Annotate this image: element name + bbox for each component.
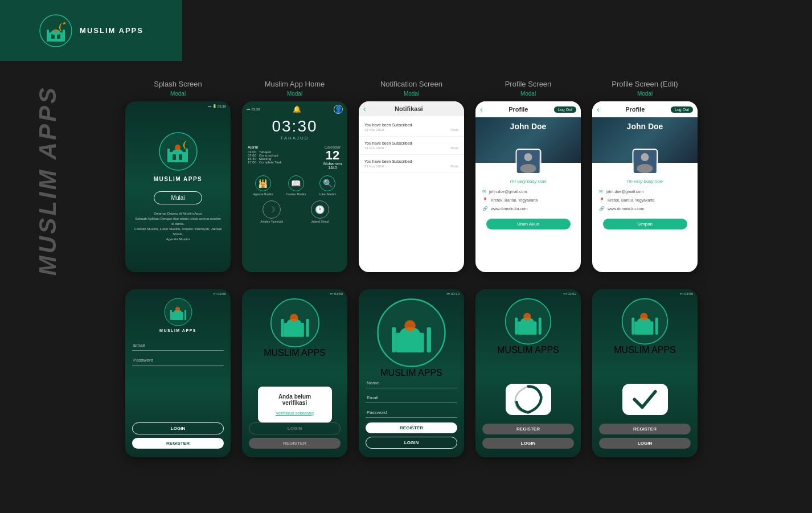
svg-point-22 [637,164,653,173]
back-arrow-icon[interactable]: ‹ [363,104,366,113]
success-app-name: MUSLIM APPS [614,345,675,355]
loading-register-button: REGISTER [482,424,574,434]
splash-screen: ▪▪▪ 🔋 03:30 [125,101,231,272]
amalan-label: Amalan Yaumiyah [260,220,283,223]
profile-website-item: 🔗 www.domain-ku.com [475,204,581,213]
avatar-icon [517,150,540,173]
profile-location-item: 📍 Kretek, Bantul, Yogyakarta [475,196,581,204]
notif-date-3: 23 Nov 2018 [364,165,384,168]
notif-item-3: You have been Subscribed 23 Nov 2018 Par… [359,155,464,173]
verify-login-button[interactable]: LOGIN [249,422,341,434]
success-screen-wrapper: ▪▪▪ 03:50 MUSLIM APPS [592,289,698,457]
bell-icon[interactable]: 🔔 [293,105,301,113]
profile-edit-email-item: ✉ john-doe@gmail.com [592,187,698,196]
edit-account-button[interactable]: Ubah Akun [486,219,571,229]
verify-link[interactable]: Verifikasi sekarang [266,411,324,416]
name-input[interactable]: Name [366,378,457,388]
edit-avatar-icon [634,150,657,173]
profile-edit-status: I'm very busy now [592,179,698,184]
home-title: Muslim App Home [265,80,325,88]
svg-rect-32 [281,319,284,337]
main-content: Splash Screen Modal ▪▪▪ 🔋 03:30 [91,0,812,486]
signal: ▪▪▪ [247,108,250,111]
profile-edit-logout-button[interactable]: Log Out [671,106,693,113]
catatan-icon-item[interactable]: 📖 Catatan Muslim [286,175,306,196]
success-phone: ▪▪▪ 03:50 MUSLIM APPS [592,289,698,457]
loading-logo-icon [505,298,552,345]
login-screen: ▪▪▪ 03:50 MUSLIM APPS Email Passwo [125,289,231,457]
svg-point-18 [524,153,532,161]
user-icon[interactable]: 👤 [334,105,343,114]
notif-item-1: You have been Subscribed 23 Nov 2018 Par… [359,118,464,137]
svg-point-19 [520,164,536,173]
success-checkmark-box [622,384,668,415]
svg-point-52 [640,313,647,321]
vertical-brand-label: Muslim APPS [34,85,61,276]
register-main-button[interactable]: REGISTER [366,422,457,433]
profile-status: I'm very busy now [475,179,581,184]
loading-spinner-box [506,384,551,415]
verify-phone: ▪▪▪ 03:50 MUSLIM APPS Anda belu [242,289,347,457]
verify-register-button[interactable]: REGISTER [249,438,341,449]
svg-point-16 [175,145,181,150]
svg-rect-27 [184,310,186,320]
profile-avatar [515,149,541,174]
profile-edit-back-icon[interactable]: ‹ [597,105,600,114]
svg-rect-6 [47,30,49,42]
profile-edit-phone: ‹ Profile Log Out John Doe [592,101,698,272]
register-email-input[interactable]: Email [366,393,457,403]
svg-rect-45 [539,318,542,335]
profile-edit-cover: John Doe [592,117,698,163]
svg-point-8 [54,29,58,32]
profile-screen: ‹ Profile Log Out John Doe [475,101,581,272]
login-status-bar: ▪▪▪ 03:50 [213,292,226,296]
main-icons-row: 🕌 Agenda Muslim 📖 Catatan Muslim 🔍 Loker… [242,172,347,198]
svg-rect-38 [392,327,396,352]
home-phone: ▪▪▪ 03:30 🔔 👤 03:30 TAHAJUD Alarm 03:0 [242,101,347,272]
svg-rect-14 [173,154,176,160]
splash-title: Splash Screen [154,80,202,88]
notif-sub-2: Paris [450,146,458,150]
home-screen-wrapper: Muslim App Home Modal ▪▪▪ 03:30 🔔 👤 03:3… [242,80,347,272]
notification-screen: ‹ Notifikasi You have been Subscribed 23… [359,101,464,272]
svg-point-40 [404,320,416,331]
profile-back-icon[interactable]: ‹ [480,105,483,114]
logo-area: MUSLIM APPS [0,0,182,61]
password-input[interactable]: Password [132,355,224,366]
alarm-4: 17:00 Complete Task [248,161,282,164]
notif-msg-3: You have been Subscribed [364,159,458,163]
svg-rect-26 [170,310,172,320]
logo-text: MUSLIM APPS [80,26,143,35]
notif-meta-3: 23 Nov 2018 Paris [364,165,458,168]
loker-icon-item[interactable]: 🔍 Loker Muslim [319,175,337,196]
splash-logo-icon [158,132,198,171]
profile-edit-avatar[interactable] [632,149,658,174]
svg-point-21 [641,153,649,161]
time: 03:30 [251,108,260,111]
jadwal-icon-item[interactable]: 🕐 Jadwal Sholat [311,200,329,223]
mulai-button[interactable]: Mulai [154,191,203,204]
email-input[interactable]: Email [132,340,224,351]
home-screen: ▪▪▪ 03:30 🔔 👤 03:30 TAHAJUD Alarm 03:0 [242,101,347,272]
register-button[interactable]: REGISTER [132,438,224,449]
edit-email-icon: ✉ [599,189,603,194]
profile-edit-title-label: Profile Screen (Edit) [612,80,678,88]
svg-rect-39 [427,327,431,352]
loading-phone: ▪▪▪ 03:52 MUSLIM APPS [475,289,581,457]
profile-edit-header: ‹ Profile Log Out [592,101,698,117]
register-app-name: MUSLIM APPS [380,368,442,378]
svg-rect-13 [186,149,188,162]
splash-screen-wrapper: Splash Screen Modal ▪▪▪ 🔋 03:30 [125,80,231,272]
agenda-icon-item[interactable]: 🕌 Agenda Muslim [253,175,273,196]
register-password-input[interactable]: Password [366,408,457,418]
amalan-icon-item[interactable]: ☽ Amalan Yaumiyah [260,200,283,223]
save-button[interactable]: Simpan [603,219,687,229]
logout-button[interactable]: Log Out [554,106,576,113]
splash-description: Selamat Datang di Muslim AppsSebuah Apli… [134,211,222,242]
login-button[interactable]: LOGIN [132,422,224,434]
alarm-section: Alarm 03:00 Tahajud 07:00 Go to school 1… [248,145,282,170]
profile-edit-website: www.domain-ku.com [608,207,645,211]
register-login-button[interactable]: LOGIN [366,437,457,449]
loading-screen: ▪▪▪ 03:52 MUSLIM APPS [475,289,581,457]
loading-screen-wrapper: ▪▪▪ 03:52 MUSLIM APPS [475,289,581,457]
